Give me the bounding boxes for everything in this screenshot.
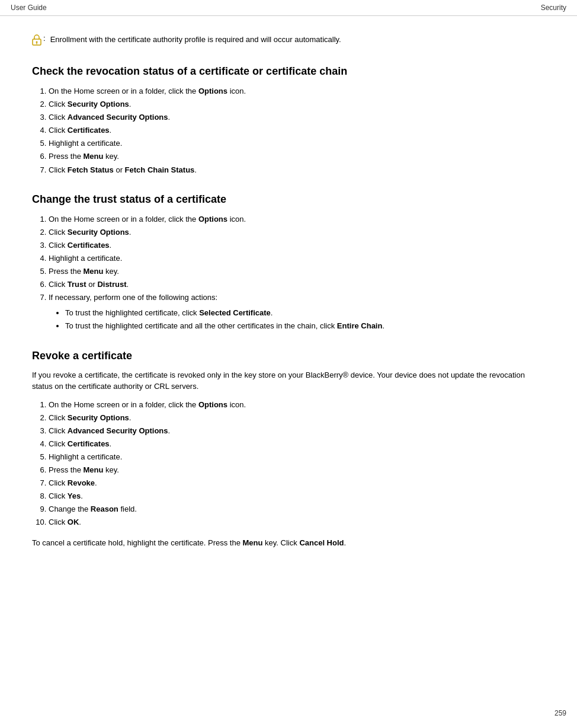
bold-options-3: Options [198,400,227,409]
list-item: Click Trust or Distrust. [49,278,545,291]
list-item: On the Home screen or in a folder, click… [49,398,545,411]
header-right: Security [541,4,566,12]
list-item: Click Advanced Security Options. [49,424,545,438]
lock-colon: : [43,34,46,43]
bold-options: Options [198,87,227,95]
list-item: Press the Menu key. [49,150,545,163]
bold-ok: OK [68,518,79,526]
bold-menu-cancel: Menu [243,538,263,547]
list-item: Click Yes. [49,490,545,503]
list-item: On the Home screen or in a folder, click… [49,85,545,98]
bold-distrust: Distrust [97,280,126,289]
list-item: Click Revoke. [49,477,545,490]
list-item: Click Certificates. [49,438,545,451]
section-heading-check-revocation: Check the revocation status of a certifi… [32,65,545,78]
list-item: To trust the highlighted certificate and… [65,320,545,333]
bold-security-options-2: Security Options [68,228,129,237]
list-item: On the Home screen or in a folder, click… [49,213,545,226]
bold-certificates-2: Certificates [68,241,110,250]
page-content: : Enrollment with the certificate author… [0,16,577,573]
header-left: User Guide [11,4,47,12]
list-item: Click Advanced Security Options. [49,111,545,124]
bold-fetch-status: Fetch Status [68,165,114,174]
bold-menu-2: Menu [84,267,104,276]
page-number: 259 [554,709,566,717]
list-item: Change the Reason field. [49,503,545,516]
bold-certificates-1: Certificates [68,126,110,135]
bold-menu-3: Menu [84,465,104,474]
bold-yes: Yes [68,491,81,500]
bold-advanced-security-3: Advanced Security Options [68,426,168,435]
list-item: To trust the highlighted certificate, cl… [65,306,545,320]
svg-point-1 [36,41,38,43]
intro-note-text: Enrollment with the certificate authorit… [50,34,341,46]
section-heading-change-trust: Change the trust status of a certificate [32,193,545,206]
cancel-note: To cancel a certificate hold, highlight … [32,537,545,549]
steps-check-revocation: On the Home screen or in a folder, click… [32,85,545,177]
bold-entire-chain: Entire Chain [337,321,383,330]
revoke-intro-text: If you revoke a certificate, the certifi… [32,369,545,392]
list-item: Highlight a certificate. [49,252,545,265]
bullets-trust: To trust the highlighted certificate, cl… [32,306,545,333]
list-item: Click Fetch Status or Fetch Chain Status… [49,164,545,177]
page-footer: 259 [554,709,566,717]
bold-cancel-hold: Cancel Hold [299,538,344,547]
section-change-trust: Change the trust status of a certificate… [32,193,545,333]
list-item: Click Certificates. [49,124,545,137]
intro-note-area: : Enrollment with the certificate author… [32,34,545,49]
bold-selected-certificate: Selected Certificate [199,308,271,317]
bold-trust: Trust [68,280,86,289]
bold-options-2: Options [198,215,227,223]
bold-menu-1: Menu [84,152,104,161]
bold-certificates-3: Certificates [68,439,110,448]
section-heading-revoke: Revoke a certificate [32,350,545,362]
bold-fetch-chain: Fetch Chain Status [125,165,195,174]
list-item: Click Security Options. [49,98,545,111]
list-item: Click Security Options. [49,411,545,424]
page-header: User Guide Security [0,0,577,16]
list-item: Press the Menu key. [49,265,545,278]
section-revoke-certificate: Revoke a certificate If you revoke a cer… [32,350,545,549]
section-check-revocation: Check the revocation status of a certifi… [32,65,545,177]
list-item: Press the Menu key. [49,464,545,477]
list-item: Highlight a certificate. [49,451,545,464]
lock-icon [32,34,41,49]
bold-security-options-3: Security Options [68,413,129,422]
bold-revoke: Revoke [68,478,95,487]
list-item: Click Certificates. [49,239,545,252]
list-item: Highlight a certificate. [49,137,545,150]
bold-security-options: Security Options [68,100,129,108]
list-item: If necessary, perform one of the followi… [49,291,545,304]
steps-revoke: On the Home screen or in a folder, click… [32,398,545,529]
bold-reason: Reason [91,505,118,513]
list-item: Click Security Options. [49,226,545,239]
steps-change-trust: On the Home screen or in a folder, click… [32,213,545,305]
bold-advanced-security: Advanced Security Options [68,113,168,122]
list-item: Click OK. [49,516,545,529]
